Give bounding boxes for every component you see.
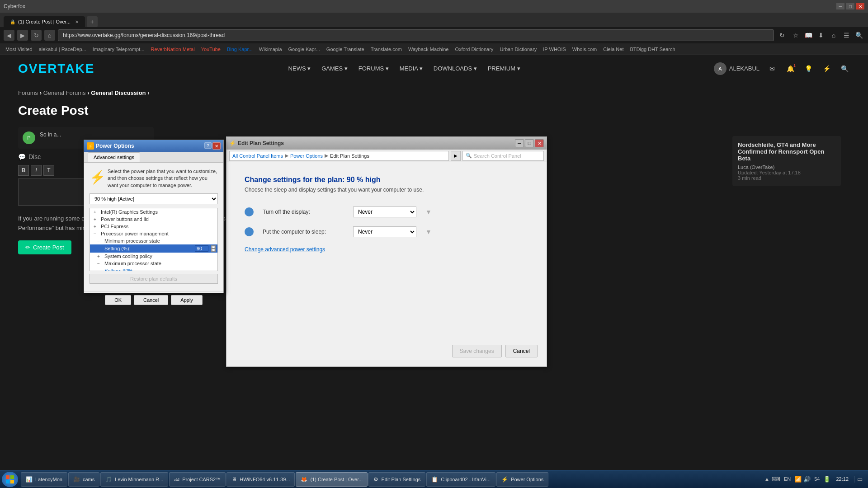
change-advanced-link[interactable]: Change advanced power settings [245,246,528,253]
tray-keyboard[interactable]: ⌨ [772,476,780,483]
bookmark-button[interactable]: 📖 [803,30,814,41]
bookmark-most-visited[interactable]: Most Visited [3,46,35,53]
bookmark-cielanet[interactable]: Ciela Net [600,46,626,53]
back-button[interactable]: ◀ [4,30,14,41]
restore-plan-defaults-button[interactable]: Restore plan defaults [90,274,218,284]
bookmark-btdigg[interactable]: BTDigg DHT Search [627,46,678,53]
power-help-button[interactable]: ? [204,142,212,149]
bookmark-ipwhois[interactable]: IP WHOIS [540,46,569,53]
advanced-settings-tab[interactable]: Advanced settings [88,152,140,162]
show-desktop-button[interactable]: ▭ [854,476,863,483]
edit-plan-close[interactable]: ✕ [535,139,544,147]
nav-forums[interactable]: FORUMS ▾ [359,65,389,72]
tray-volume-level[interactable]: 54 [812,475,821,483]
path-control-panel[interactable]: All Control Panel Items [232,153,283,159]
nav-media[interactable]: MEDIA ▾ [400,65,423,72]
bookmark-oxford[interactable]: Oxford Dictionary [452,46,496,53]
tree-item-processor[interactable]: − Processor power management [90,230,217,237]
sleep-select[interactable]: Never [353,226,416,237]
start-button[interactable] [2,472,18,487]
tree-item-power-buttons[interactable]: + Power buttons and lid [90,216,217,223]
lightning-button[interactable]: ⚡ [821,63,832,74]
taskbar-hwinfo[interactable]: 🖥 HWiNFO64 v6.11-39... [226,472,295,487]
user-menu[interactable]: A ALEKABUL [714,62,760,75]
tree-item-min-state[interactable]: − Minimum processor state [90,237,217,244]
tray-lang[interactable]: EN [782,475,793,483]
power-ok-button[interactable]: OK [105,295,131,305]
edit-plan-minimize[interactable]: ─ [515,139,524,147]
bookmark-wikimapia[interactable]: Wikimapia [256,46,285,53]
display-dropdown-arrow[interactable]: ▼ [425,208,432,216]
taskbar-clipboard[interactable]: 📋 Clipboard02 - IrfanVi... [426,472,495,487]
download-button[interactable]: ⬇ [816,30,826,41]
bookmark-alekabul[interactable]: alekabul | RaceDep... [36,46,89,53]
breadcrumb-general[interactable]: General Forums [43,89,86,96]
bookmark-reverbnation[interactable]: ReverbNation Metal [148,46,197,53]
bookmark-wayback[interactable]: Wayback Machine [406,46,451,53]
bookmark-google-kapr[interactable]: Google Kapr... [286,46,323,53]
save-changes-button[interactable]: Save changes [452,345,502,357]
tray-network[interactable]: 📶 [794,476,802,483]
spinner-up[interactable]: ▲ [211,245,216,249]
tree-item-setting-90[interactable]: Setting: 90% [90,267,217,271]
menu-button[interactable]: ☰ [841,30,852,41]
bookmark-youtube[interactable]: YouTube [198,46,223,53]
taskbar-power-options[interactable]: ⚡ Power Options [496,472,548,487]
taskbar-levin[interactable]: 🎵 Levin Minnemann R... [100,472,168,487]
tray-battery[interactable]: 🔋 [823,476,830,483]
bookmark-translate[interactable]: Translate.com [368,46,405,53]
refresh-button[interactable]: ↻ [31,30,42,41]
bookmark-urban[interactable]: Urban Dictionary [497,46,539,53]
tree-item-setting[interactable]: Setting (%): ▲ ▼ [90,244,217,253]
italic-button[interactable]: I [31,165,42,176]
tab-close-button[interactable]: ✕ [75,19,79,24]
tree-item-cooling[interactable]: + System cooling policy [90,253,217,260]
bookmark-whois[interactable]: Whois.com [570,46,599,53]
taskbar-cams[interactable]: 🎥 cams [68,472,99,487]
forward-button[interactable]: ▶ [17,30,28,41]
taskbar-pcars[interactable]: 🏎 Project CARS2™ [169,472,226,487]
reload-button[interactable]: ↻ [777,30,788,41]
search-site-button[interactable]: 🔍 [839,63,850,74]
bulb-button[interactable]: 💡 [803,63,814,74]
nav-games[interactable]: GAMES ▾ [321,65,348,72]
url-bar[interactable] [58,29,774,41]
new-tab-button[interactable]: + [87,16,98,27]
path-power-options[interactable]: Power Options [290,153,323,159]
bold-button[interactable]: B [18,165,29,176]
power-cancel-button[interactable]: Cancel [134,295,168,305]
setting-value-input[interactable] [195,245,208,252]
spinner-down[interactable]: ▼ [211,249,216,252]
power-apply-button[interactable]: Apply [171,295,203,305]
tree-item-pci[interactable]: + PCI Express [90,223,217,230]
bookmark-imaginary[interactable]: Imaginary Teleprompt... [90,46,147,53]
bell-button[interactable]: 🔔1 [785,63,796,74]
breadcrumb-forums[interactable]: Forums [18,89,38,96]
bookmark-google-translate[interactable]: Google Translate [324,46,367,53]
text-button[interactable]: T [43,165,54,176]
nav-news[interactable]: NEWS ▾ [288,65,311,72]
nav-premium[interactable]: PREMIUM ▾ [488,65,520,72]
active-tab[interactable]: 🔒 (1) Create Post | Over... ✕ [4,16,85,27]
taskbar-browser[interactable]: 🦊 (1) Create Post | Over... [296,472,368,487]
taskbar-edit-plan[interactable]: ⚙ Edit Plan Settings [368,472,425,487]
tray-volume[interactable]: 🔊 [803,476,811,483]
tree-item-max-state[interactable]: − Maximum processor state [90,260,217,267]
tree-item-intel[interactable]: + Intel(R) Graphics Settings [90,208,217,216]
nav-downloads[interactable]: DOWNLOADS ▾ [434,65,477,72]
address-bar-go[interactable]: ▶ [451,151,461,161]
edit-plan-maximize[interactable]: □ [525,139,534,147]
create-post-button[interactable]: ✏ Create Post [18,240,71,254]
tree-scroll[interactable]: + Intel(R) Graphics Settings + Power but… [90,208,217,271]
maximize-button[interactable]: □ [846,3,854,9]
taskbar-latencymon[interactable]: 📊 LatencyMon [21,472,67,487]
bookmark-bing[interactable]: Bing Kapr... [224,46,255,53]
power-plan-select[interactable]: 90 % high [Active] [90,193,218,204]
system-clock[interactable]: 22:12 [833,475,851,483]
search-nav-button[interactable]: 🔍 [854,30,864,41]
home-nav-button[interactable]: ⌂ [828,30,839,41]
tray-up-arrow[interactable]: ▲ [764,476,770,483]
minimize-button[interactable]: ─ [836,3,844,9]
home-button[interactable]: ⌂ [44,30,55,41]
sleep-dropdown-arrow[interactable]: ▼ [425,228,432,235]
